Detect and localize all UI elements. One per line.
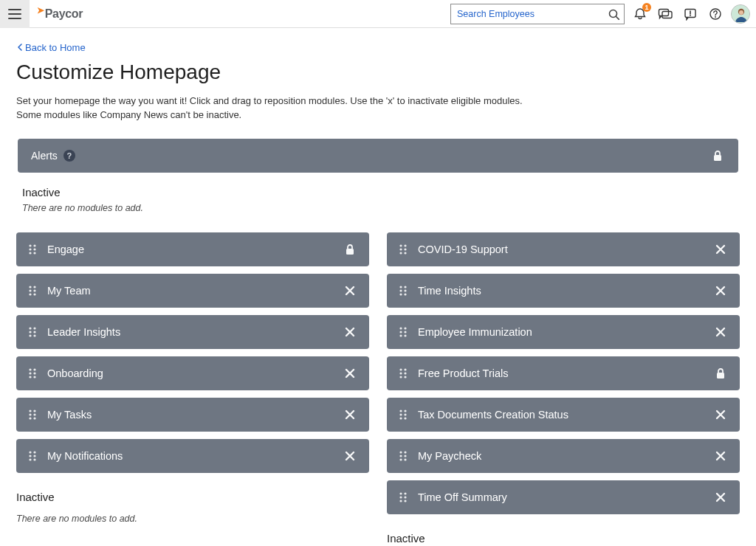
module-tax-documents-creation-status[interactable]: Tax Documents Creation Status [387,398,740,432]
drag-handle-icon[interactable] [28,450,37,462]
module-alerts-label: Alerts [31,150,58,162]
module-label: Time Insights [418,285,713,297]
drag-handle-icon[interactable] [28,409,37,421]
module-my-paycheck[interactable]: My Paycheck [387,439,740,473]
notifications-button[interactable]: 1 [630,4,650,24]
module-label: Time Off Summary [418,491,713,503]
drag-handle-icon[interactable] [399,326,408,338]
notification-badge: 1 [642,3,651,12]
alerts-inactive-empty: There are no modules to add. [22,203,734,213]
search-icon [608,8,619,20]
back-link-label: Back to Home [25,42,86,53]
remove-module-button[interactable] [343,325,357,339]
module-label: My Tasks [47,409,343,421]
help-button[interactable] [706,4,725,24]
search-input[interactable] [456,8,608,20]
chat-icon [658,7,673,21]
remove-module-button[interactable] [343,407,357,422]
intro-line-2: Some modules like Company News can't be … [16,108,740,122]
brand-name: Paycor [45,7,83,21]
page-intro: Set your homepage the way you want it! C… [16,94,740,122]
drag-handle-icon[interactable] [399,243,408,255]
chevron-left-icon [16,43,24,52]
module-columns: EngageMy TeamLeader InsightsOnboardingMy… [16,232,740,545]
drag-handle-icon[interactable] [399,367,408,379]
module-alerts[interactable]: Alerts ? [18,139,738,173]
module-label: Engage [47,243,343,255]
drag-handle-icon[interactable] [28,367,37,379]
module-column-right: COVID-19 SupportTime InsightsEmployee Im… [387,232,740,545]
drag-handle-icon[interactable] [399,285,408,297]
drag-handle-icon[interactable] [28,326,37,338]
module-my-notifications[interactable]: My Notifications [16,439,369,473]
brand-logo: ➤ Paycor [37,7,83,21]
hamburger-icon [7,7,22,21]
left-inactive-title: Inactive [16,491,369,503]
remove-module-button[interactable] [343,366,357,381]
back-to-home-link[interactable]: Back to Home [16,42,86,53]
left-inactive-empty: There are no modules to add. [16,514,369,524]
remove-module-button[interactable] [713,242,728,257]
module-time-off-summary[interactable]: Time Off Summary [387,480,740,514]
drag-handle-icon[interactable] [28,243,37,255]
lock-icon [713,366,728,381]
remove-module-button[interactable] [713,449,728,463]
messages-button[interactable] [656,4,675,24]
avatar-icon [732,4,749,24]
remove-module-button[interactable] [713,407,728,422]
help-icon [709,7,722,21]
module-label: Leader Insights [47,326,343,338]
remove-module-button[interactable] [343,449,357,463]
lock-icon [343,242,357,257]
right-inactive-title: Inactive [387,532,740,545]
module-label: My Team [47,285,343,297]
module-covid-19-support[interactable]: COVID-19 Support [387,232,740,266]
module-engage[interactable]: Engage [16,232,369,266]
alerts-help-icon[interactable]: ? [63,150,75,162]
module-label: Onboarding [47,367,343,379]
module-label: Free Product Trials [418,367,713,379]
module-leader-insights[interactable]: Leader Insights [16,315,369,349]
remove-module-button[interactable] [713,283,728,298]
module-onboarding[interactable]: Onboarding [16,356,369,390]
remove-module-button[interactable] [713,490,728,505]
feedback-icon [684,7,697,21]
module-column-left: EngageMy TeamLeader InsightsOnboardingMy… [16,232,369,545]
alerts-lock-icon [710,148,725,163]
feedback-button[interactable] [681,4,700,24]
remove-module-button[interactable] [343,283,357,298]
module-time-insights[interactable]: Time Insights [387,274,740,308]
module-my-tasks[interactable]: My Tasks [16,398,369,432]
drag-handle-icon[interactable] [399,491,408,503]
alerts-inactive-title: Inactive [22,186,734,198]
logo-swoosh-icon: ➤ [37,5,44,15]
alerts-inactive-section: Inactive There are no modules to add. [22,186,734,213]
topbar: ➤ Paycor 1 [0,0,756,28]
module-my-team[interactable]: My Team [16,274,369,308]
page-title: Customize Homepage [16,61,740,84]
remove-module-button[interactable] [713,325,728,339]
drag-handle-icon[interactable] [399,450,408,462]
module-label: My Paycheck [418,450,713,462]
search-employees-field[interactable] [450,4,625,24]
hamburger-menu-button[interactable] [0,0,30,28]
module-employee-immunization[interactable]: Employee Immunization [387,315,740,349]
profile-avatar-button[interactable] [731,4,750,24]
module-label: Tax Documents Creation Status [418,409,713,421]
module-label: COVID-19 Support [418,243,713,255]
drag-handle-icon[interactable] [28,285,37,297]
module-free-product-trials[interactable]: Free Product Trials [387,356,740,390]
drag-handle-icon[interactable] [399,409,408,421]
module-label: My Notifications [47,450,343,462]
module-label: Employee Immunization [418,326,713,338]
intro-line-1: Set your homepage the way you want it! C… [16,94,740,108]
